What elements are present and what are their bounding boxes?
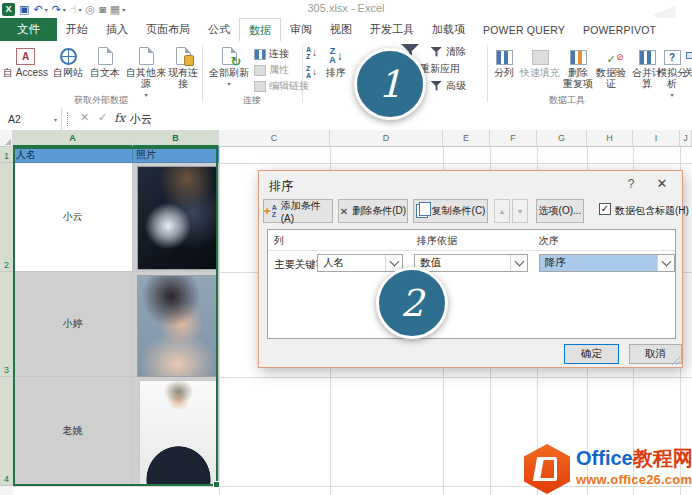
- row-header-5[interactable]: [0, 486, 13, 495]
- sort-descending-button[interactable]: ZA ↓: [306, 65, 317, 79]
- relationships-button[interactable]: 关系: [679, 43, 692, 78]
- chevron-down-icon[interactable]: [510, 255, 527, 271]
- row-header-1[interactable]: 1: [0, 147, 13, 163]
- touch-mode-dropdown-icon[interactable]: ▾: [79, 6, 82, 13]
- sort-column-value: 人名: [323, 256, 344, 270]
- photo-laoyao[interactable]: [139, 380, 218, 486]
- tab-powerpivot[interactable]: POWERPIVOT: [574, 18, 665, 41]
- formula-bar-value[interactable]: 小云: [130, 112, 152, 127]
- globe-icon: [60, 48, 77, 65]
- record-icon[interactable]: ◎: [86, 2, 96, 16]
- from-other-sources-button[interactable]: 自其他来源 ▾: [124, 43, 168, 101]
- what-if-icon: ?: [664, 50, 681, 65]
- select-all-button[interactable]: [0, 130, 13, 147]
- cell-b1[interactable]: 照片: [133, 147, 219, 163]
- clear-label: 清除: [446, 45, 466, 59]
- watermark-brand-suffix: 教程网: [633, 447, 692, 469]
- options-button[interactable]: 选项(O)...: [536, 199, 584, 223]
- name-box[interactable]: A2 ▾: [0, 108, 62, 130]
- tab-developer[interactable]: 开发工具: [361, 18, 423, 41]
- add-condition-button[interactable]: ✚ AZ 添加条件(A): [263, 199, 333, 223]
- undo-dropdown-icon[interactable]: ▾: [45, 6, 48, 13]
- cell-a1[interactable]: 人名: [13, 147, 133, 163]
- cell-a2-active[interactable]: 小云: [13, 163, 133, 272]
- close-icon[interactable]: ✕: [654, 176, 670, 191]
- tab-insert[interactable]: 插入: [97, 18, 137, 41]
- enter-entry-icon[interactable]: ✓: [98, 111, 107, 124]
- chevron-down-icon[interactable]: [657, 255, 674, 271]
- text-to-columns-button[interactable]: 分列: [490, 43, 518, 78]
- tab-add-ins[interactable]: 加载项: [423, 18, 474, 41]
- column-header-j[interactable]: J: [680, 130, 692, 147]
- advanced-filter-button[interactable]: 高级: [430, 79, 466, 93]
- sort-order-dropdown[interactable]: 降序: [539, 254, 675, 272]
- insert-function-icon[interactable]: fx: [114, 111, 125, 125]
- refresh-all-button[interactable]: ↻ 全部刷新 ▾: [207, 43, 251, 90]
- from-text-button[interactable]: 自文本: [87, 43, 123, 78]
- cancel-entry-icon[interactable]: ✕: [80, 111, 89, 124]
- reapply-button[interactable]: 重新应用: [420, 62, 460, 76]
- tab-data[interactable]: 数据: [239, 18, 281, 41]
- options-label: 选项(O)...: [539, 204, 582, 218]
- text-to-columns-icon: [496, 50, 513, 65]
- excel-logo-icon: X: [2, 3, 15, 16]
- touch-mode-icon[interactable]: ☝: [70, 2, 77, 16]
- tab-review[interactable]: 审阅: [281, 18, 321, 41]
- camera-icon[interactable]: ◙: [99, 2, 106, 16]
- data-validation-label-1: 数据验: [596, 67, 626, 78]
- existing-connections-button[interactable]: 现有连接: [165, 43, 201, 89]
- column-header-h[interactable]: H: [587, 130, 633, 147]
- clear-filter-button[interactable]: ✕ 清除: [430, 45, 466, 59]
- help-icon[interactable]: ?: [624, 177, 638, 191]
- column-header-c[interactable]: C: [219, 130, 330, 147]
- cell-a4[interactable]: 老姚: [13, 377, 133, 486]
- chevron-down-icon: ▾: [227, 79, 230, 90]
- existing-connections-icon: [176, 47, 191, 65]
- column-header-f[interactable]: F: [490, 130, 537, 147]
- undo-icon[interactable]: ↶: [33, 2, 42, 16]
- cell-a3[interactable]: 小婷: [13, 272, 133, 377]
- list-separator: [268, 250, 675, 251]
- redo-icon[interactable]: ↷: [52, 2, 61, 16]
- sort-on-dropdown[interactable]: 数值: [414, 254, 528, 272]
- sort-ascending-button[interactable]: AZ ↓: [306, 46, 317, 60]
- tab-page-layout[interactable]: 页面布局: [137, 18, 199, 41]
- copy-condition-button[interactable]: 复制条件(C): [413, 199, 488, 223]
- from-web-button[interactable]: 自网站: [50, 43, 86, 78]
- column-header-e[interactable]: E: [443, 130, 490, 147]
- save-icon[interactable]: ▣: [19, 2, 29, 16]
- tab-formulas[interactable]: 公式: [199, 18, 239, 41]
- photo-xiaoting[interactable]: [137, 275, 218, 377]
- flash-fill-button: 快速填充: [518, 43, 562, 78]
- from-access-button[interactable]: A 自 Access: [3, 43, 48, 78]
- remove-duplicates-button[interactable]: 删除 重复项: [562, 43, 594, 89]
- connections-button[interactable]: 连接: [254, 47, 289, 61]
- title-bar: 305.xlsx - Excel X ▣ ↶ ▾ ↷ ▾ ☝ ▾ ◎ ◙ ▦ ▾: [0, 0, 692, 18]
- column-header-a[interactable]: A: [13, 130, 133, 147]
- column-header-d[interactable]: D: [330, 130, 443, 147]
- redo-dropdown-icon[interactable]: ▾: [63, 6, 66, 13]
- group-label-data-tools: 数据工具: [487, 94, 647, 107]
- row-header-2[interactable]: 2: [0, 163, 13, 272]
- sort-column-dropdown[interactable]: 人名: [317, 254, 403, 272]
- form-icon[interactable]: ▦: [110, 2, 120, 16]
- row-header-3[interactable]: 3: [0, 272, 13, 377]
- column-header-i[interactable]: I: [633, 130, 680, 147]
- qat-customize-icon[interactable]: ▾: [122, 6, 125, 13]
- tab-home[interactable]: 开始: [57, 18, 97, 41]
- tab-view[interactable]: 视图: [321, 18, 361, 41]
- sort-button[interactable]: ZA ↓ 排序: [320, 43, 352, 78]
- column-header-g[interactable]: G: [537, 130, 587, 147]
- photo-xiaoyun[interactable]: [137, 166, 218, 270]
- dialog-title: 排序: [269, 178, 293, 195]
- relationships-icon: [686, 52, 692, 65]
- data-validation-button[interactable]: ✓ 数据验 证: [595, 43, 627, 89]
- tab-power-query[interactable]: POWER QUERY: [474, 18, 574, 41]
- row-header-4[interactable]: 4: [0, 377, 13, 486]
- tab-file[interactable]: 文件: [0, 18, 57, 41]
- ok-button[interactable]: 确定: [564, 344, 619, 364]
- delete-condition-button[interactable]: ✕ 删除条件(D): [338, 199, 408, 223]
- has-headers-checkbox[interactable]: ✓: [599, 203, 611, 215]
- name-box-dropdown-icon[interactable]: ▾: [54, 116, 57, 123]
- column-header-b[interactable]: B: [133, 130, 219, 147]
